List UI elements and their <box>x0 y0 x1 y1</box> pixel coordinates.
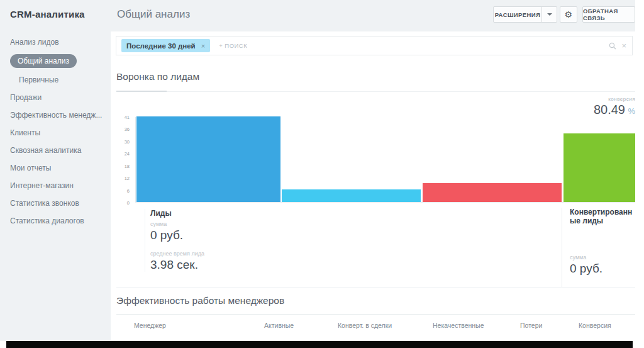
page-title: Общий анализ <box>117 8 190 21</box>
funnel-plot <box>135 117 635 203</box>
funnel-yaxis: 41363024181260 <box>111 117 132 203</box>
sidebar-item-label: Продажи <box>10 93 42 102</box>
feedback-button-label: ОБРАТНАЯ СВЯЗЬ <box>583 8 635 21</box>
gear-icon: ⚙ <box>565 9 573 20</box>
leads-avg-value: 3.98 сек. <box>150 258 204 272</box>
main-content: Последние 30 дней × + поиск × Воронка по… <box>111 31 635 341</box>
table-column-header[interactable]: Конверт. в сделки <box>338 322 392 329</box>
sidebar-item[interactable]: Общий анализ <box>0 51 111 71</box>
sidebar-item-label: Сквозная аналитика <box>10 146 81 155</box>
sidebar-item[interactable]: Анализ лидов <box>0 33 111 51</box>
sidebar-item-label: Анализ лидов <box>10 38 59 47</box>
search-placeholder[interactable]: + поиск <box>219 42 247 49</box>
sidebar-item[interactable]: Продажи <box>0 89 111 106</box>
conversion-label: конверсия <box>594 96 635 102</box>
filter-chip-last-30-days[interactable]: Последние 30 дней × <box>121 39 210 52</box>
filter-chip-label: Последние 30 дней <box>126 42 196 50</box>
extensions-button-label[interactable]: РАСШИРЕНИЯ <box>494 11 541 18</box>
table-column-header[interactable]: Активные <box>264 322 294 329</box>
managers-divider <box>116 314 635 315</box>
sidebar-item-label: Эффективность менедж... <box>10 111 102 120</box>
leads-avg-label: среднее время лида <box>150 250 204 257</box>
topbar: Общий анализ РАСШИРЕНИЯ ⚙ ОБРАТНАЯ СВЯЗЬ <box>111 0 635 31</box>
y-axis-tick-label: 12 <box>111 176 130 181</box>
funnel-bar[interactable] <box>423 183 562 202</box>
managers-section-title: Эффективность работы менеджеров <box>116 295 284 306</box>
leads-title: Лиды <box>150 209 204 218</box>
settings-button[interactable]: ⚙ <box>560 6 577 23</box>
funnel-tabline <box>116 91 635 92</box>
extensions-button[interactable]: РАСШИРЕНИЯ <box>493 6 557 23</box>
y-axis-tick-label: 18 <box>111 164 130 169</box>
conversion-value: 80.49 <box>594 103 625 116</box>
search-clear-icon[interactable]: × <box>621 41 626 50</box>
leads-stat-block: Лиды сумма 0 руб. среднее время лида 3.9… <box>145 209 204 272</box>
table-column-header[interactable]: Конверсия <box>579 322 611 329</box>
feedback-button[interactable]: ОБРАТНАЯ СВЯЗЬ <box>582 6 635 23</box>
converted-sum-label: сумма <box>570 254 635 261</box>
sidebar-item-label: Клиенты <box>10 128 40 137</box>
sidebar-item[interactable]: Мои отчеты <box>0 159 111 177</box>
sidebar-item[interactable]: Статистика звонков <box>0 194 111 212</box>
sidebar-nav: Анализ лидовОбщий анализПервичныеПродажи… <box>0 33 111 230</box>
y-axis-tick-label: 30 <box>111 139 130 145</box>
sidebar-item[interactable]: Первичные <box>0 71 111 89</box>
sidebar-title: CRM-аналитика <box>0 0 111 20</box>
chip-remove-icon[interactable]: × <box>201 42 205 50</box>
app-window: CRM-аналитика Анализ лидовОбщий анализПе… <box>0 0 635 341</box>
y-axis-tick-label: 6 <box>111 188 130 194</box>
y-axis-tick-label: 36 <box>111 126 130 132</box>
table-column-header[interactable]: Некачественные <box>433 322 484 329</box>
search-icon[interactable] <box>609 42 616 50</box>
sidebar: CRM-аналитика Анализ лидовОбщий анализПе… <box>0 0 111 341</box>
funnel-section-title: Воронка по лидам <box>116 71 199 82</box>
y-axis-tick-label: 0 <box>111 200 130 206</box>
leads-sum-label: сумма <box>150 221 204 227</box>
leads-sum-value: 0 руб. <box>150 228 204 242</box>
converted-stat-block: Конвертированные лиды сумма 0 руб. <box>562 208 635 287</box>
filter-searchbar[interactable]: Последние 30 дней × + поиск × <box>116 36 633 55</box>
funnel-tab-active-indicator <box>116 91 167 92</box>
y-axis-tick-label: 24 <box>111 151 130 157</box>
sidebar-item-label: Статистика звонков <box>10 199 79 208</box>
conversion-unit: % <box>628 106 635 116</box>
sidebar-item[interactable]: Эффективность менедж... <box>0 106 111 124</box>
extensions-dropdown-button[interactable] <box>541 7 557 22</box>
sidebar-item[interactable]: Клиенты <box>0 124 111 142</box>
bottom-letterbox-bar <box>6 341 633 348</box>
sidebar-item-label: Мои отчеты <box>10 164 51 172</box>
sidebar-item-label: Общий анализ <box>10 54 77 68</box>
y-axis-tick-label: 41 <box>111 115 130 120</box>
sidebar-item[interactable]: Сквозная аналитика <box>0 142 111 159</box>
funnel-bar[interactable] <box>564 133 635 202</box>
managers-table-header: МенеджерАктивныеКонверт. в сделкиНекачес… <box>116 322 635 334</box>
chevron-down-icon <box>547 13 552 16</box>
converted-title: Конвертированные лиды <box>570 208 635 225</box>
section-divider <box>116 287 635 288</box>
funnel-bar[interactable] <box>282 189 421 202</box>
converted-sum-value: 0 руб. <box>570 262 635 276</box>
table-column-header[interactable]: Потери <box>520 322 542 329</box>
crm-analytics-page: CRM-аналитика Анализ лидовОбщий анализПе… <box>0 0 644 348</box>
sidebar-item-label: Статистика диалогов <box>10 216 84 225</box>
sidebar-item[interactable]: Интернет-магазин <box>0 177 111 194</box>
sidebar-item-label: Интернет-магазин <box>10 181 74 190</box>
funnel-bar[interactable] <box>136 116 280 202</box>
table-column-header[interactable]: Менеджер <box>134 322 166 329</box>
sidebar-item[interactable]: Статистика диалогов <box>0 212 111 230</box>
sidebar-item-label: Первичные <box>19 76 58 84</box>
conversion-block: конверсия 80.49 % <box>594 96 635 117</box>
